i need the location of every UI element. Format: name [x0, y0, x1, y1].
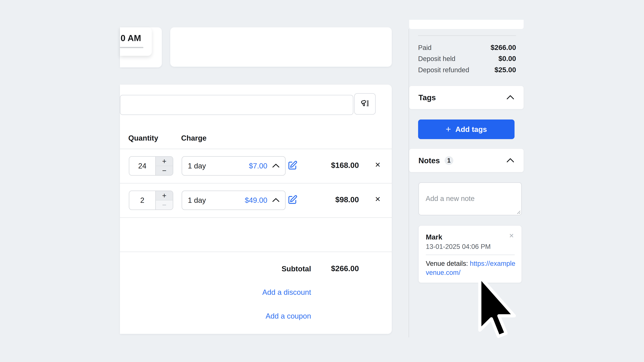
charge-select[interactable]: 1 day $7.00	[182, 156, 286, 176]
deposit-refunded-label: Deposit refunded	[418, 66, 469, 74]
product-search-input[interactable]	[120, 95, 353, 115]
edit-line-button[interactable]	[286, 160, 298, 172]
deposit-refunded-value: $25.00	[494, 66, 516, 74]
line-item-row: + − 1 day $49.00 $98.00	[120, 183, 392, 217]
increment-button[interactable]: +	[156, 157, 173, 166]
new-note-textarea[interactable]	[418, 182, 522, 215]
plus-icon: +	[162, 192, 166, 199]
payment-summary-row: Paid $266.00	[418, 42, 516, 53]
charge-period-label: 1 day	[188, 196, 206, 204]
add-tags-label: Add tags	[455, 125, 487, 134]
table-divider	[120, 252, 392, 252]
add-discount-link[interactable]: Add a discount	[262, 288, 311, 297]
edit-line-button[interactable]	[286, 194, 298, 206]
minus-icon: −	[162, 201, 166, 209]
barcode-scan-button[interactable]	[354, 93, 376, 115]
quantity-stepper: + −	[129, 156, 173, 176]
resize-handle-icon[interactable]	[516, 210, 520, 215]
time-label: 0 AM	[120, 33, 141, 43]
subtotal-label: Subtotal	[282, 265, 311, 273]
payment-summary-row: Deposit held $0.00	[418, 53, 516, 64]
chevron-up-icon	[272, 198, 280, 203]
notes-section-header[interactable]: Notes 1	[409, 149, 524, 172]
remove-line-icon[interactable]: ✕	[375, 161, 381, 168]
payment-summary-row: Deposit refunded $25.00	[418, 64, 516, 75]
note-author: Mark	[426, 233, 442, 241]
deposit-held-label: Deposit held	[418, 55, 455, 62]
notes-count-badge: 1	[444, 156, 453, 165]
increment-button[interactable]: +	[156, 191, 173, 200]
line-total: $168.00	[331, 161, 359, 170]
column-header-charge: Charge	[181, 134, 206, 143]
barcode-scanner-icon	[360, 99, 370, 109]
plus-icon: +	[446, 124, 451, 134]
quantity-input[interactable]	[129, 191, 155, 210]
paid-value: $266.00	[490, 43, 516, 52]
remove-line-icon[interactable]: ✕	[375, 196, 381, 203]
note-timestamp: 13-01-2025 04:06 PM	[426, 243, 491, 250]
order-lines-card: Quantity Charge + − 1 day $7.00	[120, 85, 392, 334]
order-detail-screen: 0 AM	[0, 0, 644, 362]
time-underline	[120, 47, 144, 48]
delete-note-icon[interactable]: ✕	[509, 233, 514, 239]
minus-icon: −	[162, 167, 166, 174]
note-body: Venue details: https://examplevenue.com/	[426, 259, 518, 277]
chevron-up-icon	[272, 164, 280, 168]
sidebar-previous-card-edge	[409, 20, 524, 29]
plus-icon: +	[162, 158, 166, 165]
quantity-input[interactable]	[129, 157, 155, 175]
edit-pencil-icon	[287, 195, 298, 206]
chevron-up-icon[interactable]	[506, 158, 514, 163]
schedule-empty-card	[170, 27, 392, 67]
time-chip-card[interactable]: 0 AM	[120, 27, 152, 56]
note-text: Venue details:	[426, 260, 470, 267]
note-card: Mark ✕ 13-01-2025 04:06 PM Venue details…	[418, 225, 522, 283]
mouse-cursor	[477, 275, 517, 340]
line-total: $98.00	[335, 195, 359, 204]
charge-select[interactable]: 1 day $49.00	[182, 191, 286, 210]
decrement-button[interactable]: −	[156, 200, 173, 210]
subtotal-value: $266.00	[331, 264, 359, 273]
tags-section-header[interactable]: Tags	[409, 86, 524, 109]
stepper-buttons: + −	[155, 157, 173, 175]
chevron-up-icon[interactable]	[506, 95, 514, 100]
deposit-held-value: $0.00	[498, 55, 516, 63]
edit-pencil-icon	[287, 160, 298, 171]
tags-title: Tags	[418, 93, 436, 102]
note-divider	[426, 255, 515, 255]
notes-title: Notes	[418, 156, 440, 165]
add-tags-button[interactable]: + Add tags	[418, 119, 514, 139]
charge-price-label: $7.00	[249, 162, 267, 170]
decrement-button[interactable]: −	[156, 166, 173, 175]
line-item-row: + − 1 day $7.00 $168.00	[120, 149, 392, 183]
add-coupon-link[interactable]: Add a coupon	[266, 312, 311, 320]
stepper-buttons: + −	[155, 191, 173, 210]
charge-period-label: 1 day	[188, 162, 206, 170]
table-divider	[120, 217, 392, 218]
charge-price-label: $49.00	[245, 196, 267, 204]
quantity-stepper: + −	[129, 191, 173, 210]
sidebar-divider	[408, 29, 409, 337]
payment-summary-divider	[418, 35, 516, 36]
paid-label: Paid	[418, 44, 432, 51]
column-header-quantity: Quantity	[128, 134, 158, 143]
